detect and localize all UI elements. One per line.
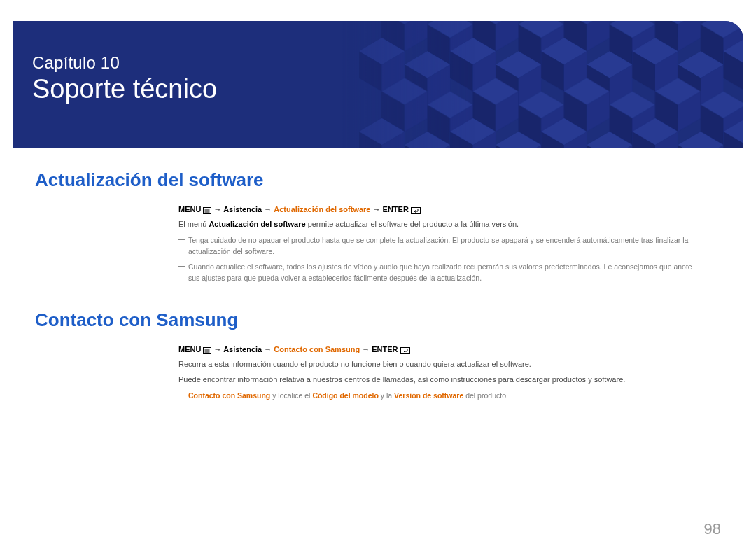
banner-text: Capítulo 10 Soporte técnico (32, 53, 217, 104)
chapter-banner: Capítulo 10 Soporte técnico (13, 21, 743, 148)
menu-prefix: MENU (178, 345, 201, 353)
body-text: El menú Actualización del software permi… (178, 218, 693, 230)
text-highlight: Versión de software (394, 391, 463, 400)
svg-rect-3 (342, 21, 475, 148)
text: y localice el (270, 391, 312, 400)
text-highlight: Contacto con Samsung (188, 391, 270, 400)
menu-icon (203, 346, 211, 354)
menu-path-2: → ENTER (370, 205, 408, 213)
chapter-label: Capítulo 10 (32, 53, 217, 73)
page-number: 98 (704, 520, 721, 534)
page-content: Actualización del software MENU → Asiste… (0, 148, 756, 401)
note-text: Contacto con Samsung y localice el Códig… (178, 390, 693, 401)
text-highlight: Código del modelo (312, 391, 379, 400)
enter-icon (411, 206, 421, 214)
text: del producto. (463, 391, 508, 400)
document-page: Capítulo 10 Soporte técnico Actualizació… (0, 21, 756, 534)
section-title: Contacto con Samsung (35, 309, 721, 331)
menu-path: MENU → Asistencia → Actualización del so… (178, 205, 721, 214)
banner-decoration (342, 21, 743, 148)
chapter-title: Soporte técnico (32, 74, 217, 104)
menu-path-2: → ENTER (360, 345, 398, 353)
text-bold: Actualización del software (209, 220, 305, 228)
menu-prefix: MENU (178, 205, 201, 213)
section-software-update: Actualización del software MENU → Asiste… (35, 169, 721, 284)
note-text: Cuando actualice el software, todos los … (178, 261, 693, 284)
enter-icon (400, 346, 410, 354)
menu-path: MENU → Asistencia → Contacto con Samsung… (178, 345, 721, 354)
section-contact-samsung: Contacto con Samsung MENU → Asistencia →… (35, 309, 721, 401)
menu-path-1: → Asistencia → (214, 205, 274, 213)
section-title: Actualización del software (35, 169, 721, 191)
menu-highlight: Actualización del software (274, 205, 370, 213)
menu-icon (203, 206, 211, 214)
text: y la (379, 391, 394, 400)
body-text: Puede encontrar información relativa a n… (178, 374, 693, 386)
text: permite actualizar el software del produ… (306, 220, 519, 228)
text: El menú (178, 220, 209, 228)
menu-highlight: Contacto con Samsung (274, 345, 360, 353)
note-text: Tenga cuidado de no apagar el producto h… (178, 234, 693, 258)
body-text: Recurra a esta información cuando el pro… (178, 358, 693, 370)
menu-path-1: → Asistencia → (214, 345, 274, 353)
